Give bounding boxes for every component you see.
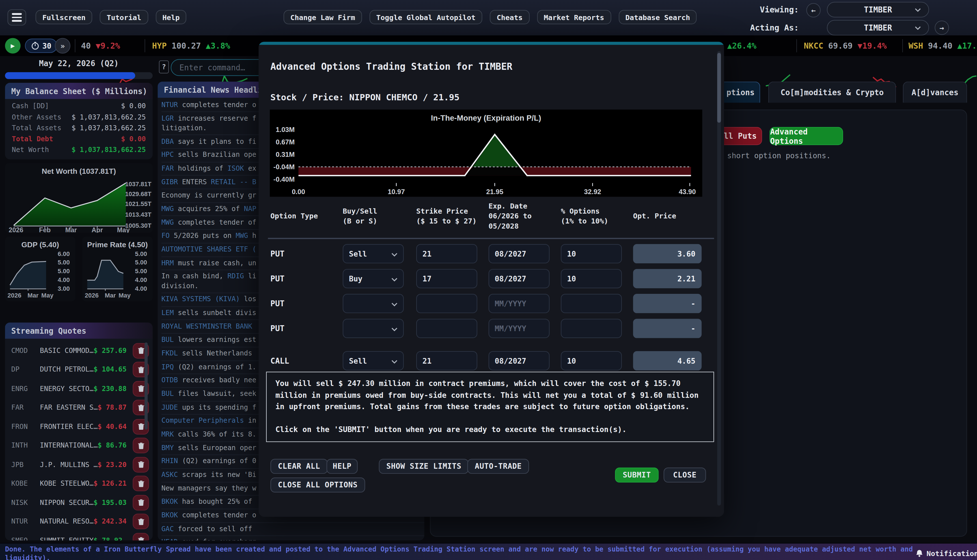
arrow-right-icon[interactable]: →: [935, 21, 949, 35]
close-all-options-button[interactable]: CLOSE ALL OPTIONS: [270, 477, 365, 492]
quote-row[interactable]: SMEOSUMMIT EQUITY$ 78.92: [5, 531, 153, 540]
quote-row[interactable]: INTHINTERNATIONAL…$ 86.76: [5, 436, 153, 455]
ticker-quote[interactable]: WSH 94.40 ▲17.3%: [908, 36, 977, 56]
strike-price-input[interactable]: [416, 351, 477, 370]
exp-date-input[interactable]: [488, 294, 550, 313]
play-button[interactable]: ▶: [5, 38, 21, 53]
strike-price-input[interactable]: [416, 319, 477, 338]
submit-button[interactable]: SUBMIT: [615, 468, 659, 483]
modal-close-button[interactable]: CLOSE: [664, 468, 706, 483]
pct-options-input[interactable]: [561, 319, 622, 338]
tutorial-button[interactable]: Tutorial: [100, 10, 148, 24]
gdp-chart-panel: GDP (5.40) 6.00 5.00 5.00 4.00 3.00 2026…: [5, 237, 75, 301]
notifications-label: Notifications: [927, 549, 977, 558]
svg-text:Mar: Mar: [105, 292, 116, 298]
exp-date-input[interactable]: [488, 244, 550, 263]
news-line[interactable]: HEAD sued for overcharg: [161, 538, 425, 540]
modal-title: Advanced Options Trading Station for TIM…: [270, 61, 512, 72]
prime-rate-chart-panel: Prime Rate (4.50) 5.00 5.00 5.00 4.00 4.…: [82, 237, 153, 301]
trash-icon[interactable]: [133, 438, 149, 453]
trash-icon[interactable]: [133, 514, 149, 529]
game-speed-button[interactable]: 30: [25, 39, 58, 53]
fast-forward-button[interactable]: »: [55, 38, 70, 53]
ticker-quote[interactable]: ▲26.4%: [727, 36, 756, 56]
ticker-quote[interactable]: 40 ▼9.2%: [81, 36, 120, 56]
trash-icon[interactable]: [133, 476, 149, 491]
chevron-down-icon: [391, 303, 398, 306]
advanced-options-button[interactable]: Advanced Options: [770, 127, 843, 145]
ticker-quote[interactable]: NKCC 69.69 ▼19.4%: [804, 36, 887, 56]
pct-options-input[interactable]: [561, 244, 622, 263]
streaming-quotes-panel: Streaming Quotes CMODBASIC COMMOD…$ 257.…: [5, 322, 153, 540]
exp-date-input[interactable]: [488, 269, 550, 288]
quote-row[interactable]: ENRGENERGY SECTO…$ 230.88: [5, 379, 153, 398]
modal-help-button[interactable]: HELP: [326, 459, 358, 474]
buy-sell-select[interactable]: Sell: [343, 244, 404, 263]
arrow-left-icon[interactable]: ←: [806, 3, 821, 18]
quote-row[interactable]: CMODBASIC COMMOD…$ 257.69: [5, 341, 153, 360]
buy-sell-select[interactable]: [343, 319, 404, 338]
option-type-label: PUT: [270, 274, 284, 283]
trash-icon[interactable]: [133, 533, 149, 540]
pct-options-input[interactable]: [561, 351, 622, 370]
tab-commodities-crypto[interactable]: Co[m]modities & Crypto: [768, 82, 896, 103]
svg-text:1021.55T: 1021.55T: [125, 200, 152, 207]
quote-change: ▼19.4%: [857, 41, 887, 50]
exp-date-input[interactable]: [488, 319, 550, 338]
bell-icon: [915, 549, 923, 558]
chevron-down-icon: [391, 327, 398, 331]
menu-icon[interactable]: [7, 9, 26, 25]
modal-accent-bar: [258, 42, 724, 45]
cheats-button[interactable]: Cheats: [490, 10, 529, 24]
quote-row[interactable]: FARFAR EASTERN S…$ 78.87: [5, 398, 153, 417]
notifications-button[interactable]: Notifications: [915, 549, 977, 558]
database-search-button[interactable]: Database Search: [619, 10, 697, 24]
option-type-label: PUT: [270, 299, 284, 308]
buy-sell-select[interactable]: [343, 294, 404, 313]
modal-scrollbar-thumb[interactable]: [717, 53, 721, 123]
svg-text:Mar: Mar: [65, 226, 77, 233]
change-law-firm-button[interactable]: Change Law Firm: [284, 10, 362, 24]
pct-options-input[interactable]: [561, 269, 622, 288]
fullscreen-button[interactable]: Fullscreen: [36, 10, 92, 24]
buy-sell-select[interactable]: Sell: [343, 351, 404, 370]
pct-options-input[interactable]: [561, 294, 622, 313]
trash-icon[interactable]: [133, 457, 149, 472]
col-header-buy-sell: Buy/Sell(B or S): [343, 194, 411, 238]
help-button[interactable]: Help: [156, 10, 187, 24]
news-line[interactable]: GAC forced to sell off: [161, 524, 425, 536]
quote-row[interactable]: JPBJ.P. MULLINS …$ 23.20: [5, 455, 153, 474]
tab-advances[interactable]: A[d]vances: [903, 82, 967, 103]
quote-row[interactable]: FRONFRONTIER ELEC…$ 40.64: [5, 417, 153, 436]
balance-row: Other Assets$ 1,037,813,662.25: [5, 112, 153, 123]
quote-change: ▲26.4%: [727, 41, 756, 50]
quotes-scrollbar[interactable]: [144, 342, 147, 430]
option-type-label: PUT: [270, 249, 284, 258]
svg-text:-0.40M: -0.40M: [273, 175, 294, 183]
command-help-icon[interactable]: ?: [159, 60, 169, 73]
acting-as-label: Acting As:: [735, 23, 799, 32]
option-type-label: PUT: [270, 324, 284, 333]
svg-text:0.67M: 0.67M: [276, 138, 294, 146]
ticker-quote[interactable]: HYP 100.27 ▲3.8%: [152, 36, 230, 56]
strike-price-input[interactable]: [416, 294, 477, 313]
exp-date-input[interactable]: [488, 351, 550, 370]
acting-as-select[interactable]: TIMBER: [827, 20, 929, 36]
viewing-select[interactable]: TIMBER: [827, 2, 929, 18]
net-worth-chart: 1037.81T 1029.68T 1021.55T 1013.43T 1005…: [5, 175, 153, 233]
show-size-limits-button[interactable]: SHOW SIZE LIMITS: [379, 459, 469, 474]
quote-row[interactable]: NTURNATURAL RESO…$ 242.34: [5, 512, 153, 531]
strike-price-input[interactable]: [416, 269, 477, 288]
strike-price-input[interactable]: [416, 244, 477, 263]
game-date: May 22, 2026 (Q2): [5, 58, 153, 68]
quote-row[interactable]: KOBEKOBE STEELWO…$ 126.21: [5, 474, 153, 493]
quote-row[interactable]: DPDUTCH PETROL…$ 104.65: [5, 360, 153, 379]
toggle-global-autopilot-button[interactable]: Toggle Global Autopilot: [369, 10, 482, 24]
buy-sell-select[interactable]: Buy: [343, 269, 404, 288]
quote-row[interactable]: NISKNIPPON SECUR…$ 195.03: [5, 493, 153, 512]
quote-symbol: HYP: [152, 41, 167, 50]
clear-all-button[interactable]: CLEAR ALL: [270, 459, 328, 474]
market-reports-button[interactable]: Market Reports: [537, 10, 611, 24]
trash-icon[interactable]: [133, 495, 149, 510]
auto-trade-button[interactable]: AUTO-TRADE: [467, 459, 529, 474]
